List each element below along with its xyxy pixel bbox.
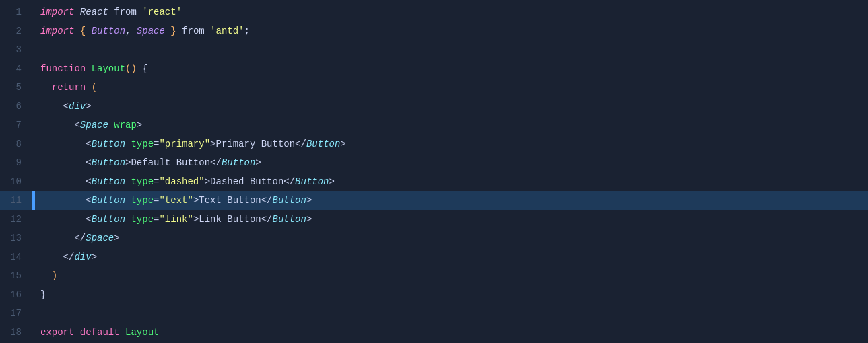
code-content: <div>	[35, 97, 92, 116]
line-number: 9	[0, 157, 32, 168]
line-number: 7	[0, 120, 32, 130]
token-punct: {	[137, 63, 148, 74]
token-tag-bracket: </	[261, 195, 273, 206]
code-line: 1import React from 'react'	[0, 3, 868, 22]
line-number: 2	[0, 26, 32, 36]
token-attr-name: type	[131, 139, 154, 149]
code-line: 14 </div>	[0, 247, 868, 266]
token-tag-name: Button	[92, 139, 131, 149]
token-tag-bracket: >	[137, 120, 142, 130]
token-curly: (	[92, 82, 97, 93]
code-line: 9 <Button>Default Button</Button>	[0, 153, 868, 172]
code-content: }	[35, 285, 46, 304]
token-punct: ;	[244, 26, 250, 36]
line-number: 3	[0, 44, 32, 55]
token-tag-name: Space	[80, 120, 114, 130]
code-line: 2import { Button, Space } from 'antd';	[0, 22, 868, 40]
token-text-content: Link Button	[199, 214, 261, 225]
line-number: 5	[0, 82, 32, 93]
line-number: 6	[0, 101, 32, 112]
token-kw-default: default	[80, 327, 125, 338]
token-attr-value: "text"	[159, 195, 193, 206]
code-content: <Button type="text">Text Button</Button>	[35, 191, 312, 210]
code-line: 8 <Button type="primary">Primary Button<…	[0, 135, 868, 153]
token-brace: {	[80, 26, 92, 36]
token-attr-name: type	[131, 195, 154, 206]
code-line: 4function Layout() {	[0, 59, 868, 78]
token-tag-bracket: </	[210, 157, 222, 168]
token-kw-function: function	[40, 63, 92, 74]
code-line: 5 return (	[0, 78, 868, 97]
line-indicator	[32, 304, 35, 323]
token-italic: React	[80, 7, 108, 17]
line-number: 11	[0, 195, 32, 206]
token-fn-name: Layout	[125, 327, 159, 338]
token-tag-name: Button	[295, 176, 329, 187]
code-content: </div>	[35, 247, 97, 266]
line-number: 14	[0, 252, 32, 262]
token-brace: }	[165, 26, 176, 36]
line-number: 13	[0, 233, 32, 243]
token-curly: )	[52, 270, 57, 281]
token-kw-return: return	[52, 82, 92, 93]
token-text-content: Default Button	[131, 157, 210, 168]
code-line: 6 <div>	[0, 97, 868, 116]
token-tag-bracket: <	[74, 120, 79, 130]
line-number: 16	[0, 289, 32, 300]
code-line: 16}	[0, 285, 868, 304]
code-content: export default Layout	[35, 323, 159, 342]
line-number: 1	[0, 7, 32, 17]
token-tag-bracket: <	[86, 214, 91, 225]
line-number: 18	[0, 327, 32, 338]
code-line: 10 <Button type="dashed">Dashed Button</…	[0, 172, 868, 191]
token-tag-bracket: >	[255, 157, 261, 168]
line-number: 12	[0, 214, 32, 225]
token-tag-bracket: </	[74, 233, 86, 243]
token-tag-name: Button	[306, 139, 340, 149]
token-tag-bracket: >	[205, 176, 210, 187]
token-text-content: Primary Button	[215, 139, 295, 149]
token-tag-bracket: >	[306, 214, 312, 225]
code-content: import { Button, Space } from 'antd';	[35, 22, 250, 40]
code-content: <Button type="primary">Primary Button</B…	[35, 135, 346, 153]
token-tag-bracket: >	[92, 252, 97, 262]
token-punct: ,	[125, 26, 137, 36]
token-attr-value: "link"	[159, 214, 193, 225]
token-tag-bracket: <	[63, 101, 69, 112]
code-content: import React from 'react'	[35, 3, 182, 22]
line-number: 10	[0, 176, 32, 187]
token-attr-name: type	[131, 176, 154, 187]
line-number: 17	[0, 308, 32, 319]
token-tag-name: Button	[273, 214, 306, 225]
line-number: 15	[0, 270, 32, 281]
code-content: )	[35, 266, 57, 285]
code-lines: 1import React from 'react'2import { Butt…	[0, 0, 868, 343]
token-punct: }	[40, 289, 46, 300]
token-attr-name: wrap	[114, 120, 137, 130]
code-line: 15 )	[0, 266, 868, 285]
code-line: 13 </Space>	[0, 229, 868, 247]
code-line: 12 <Button type="link">Link Button</Butt…	[0, 210, 868, 229]
line-number: 4	[0, 63, 32, 74]
token-str: 'react'	[142, 7, 182, 17]
code-content: function Layout() {	[35, 59, 148, 78]
code-content: return (	[35, 78, 97, 97]
code-content: <Button type="link">Link Button</Button>	[35, 210, 312, 229]
token-paren: ()	[125, 63, 137, 74]
token-text-content: Dashed Button	[210, 176, 283, 187]
token-tag-bracket: </	[295, 139, 306, 149]
token-tag-bracket: >	[86, 101, 91, 112]
code-line: 17	[0, 304, 868, 323]
token-tag-bracket: </	[283, 176, 295, 187]
token-kw-import: import	[40, 26, 80, 36]
token-tag-name: Button	[92, 195, 131, 206]
token-fn-name: Layout	[92, 63, 125, 74]
token-tag-name: Button	[92, 214, 131, 225]
code-content: <Button type="dashed">Dashed Button</But…	[35, 172, 335, 191]
token-tag-bracket: <	[86, 176, 91, 187]
token-tag-bracket: >	[329, 176, 335, 187]
token-component-name: Space	[137, 26, 165, 36]
token-kw-export: export	[40, 327, 80, 338]
token-tag-name: Button	[92, 157, 125, 168]
token-tag-bracket: <	[86, 195, 91, 206]
